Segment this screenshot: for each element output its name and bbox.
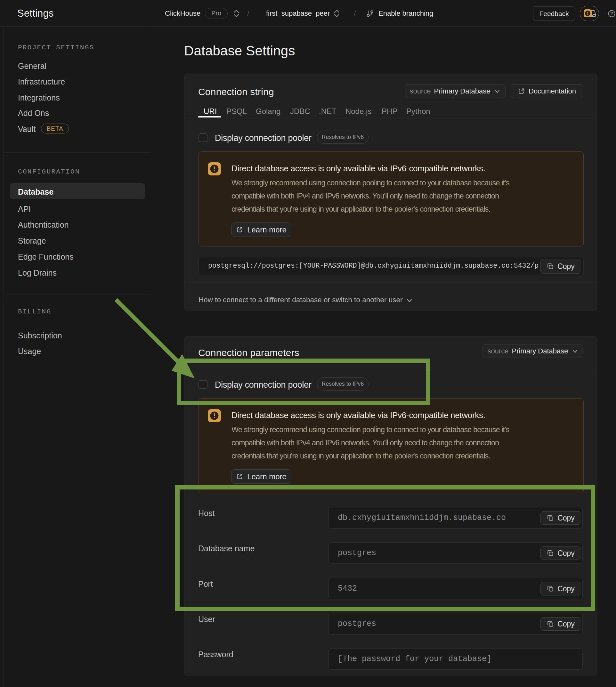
svg-text:?: ? (611, 11, 613, 16)
